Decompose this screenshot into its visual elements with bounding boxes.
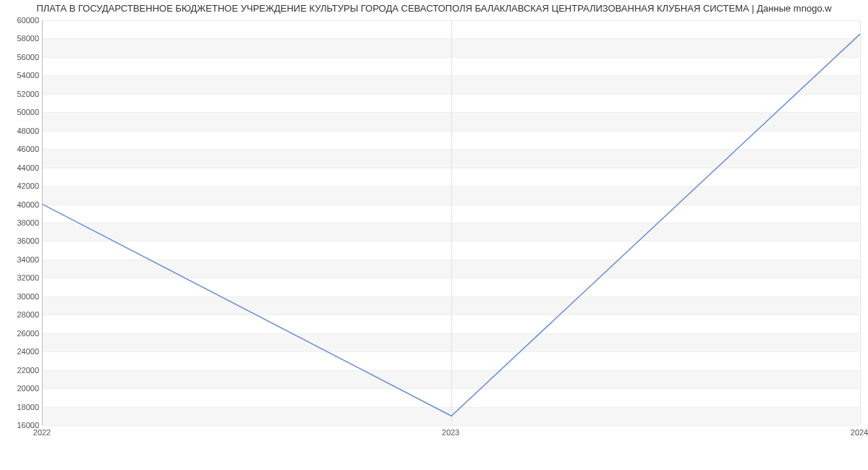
- y-tick-label: 22000: [3, 366, 39, 375]
- y-tick-label: 40000: [3, 200, 39, 209]
- y-tick-label: 60000: [3, 16, 39, 25]
- y-tick-label: 38000: [3, 218, 39, 227]
- y-tick-label: 46000: [3, 145, 39, 153]
- x-tick-label: 2023: [442, 428, 459, 437]
- y-tick-label: 36000: [3, 236, 39, 245]
- y-tick-label: 32000: [3, 273, 39, 282]
- y-tick-label: 52000: [3, 90, 39, 98]
- x-tick-label: 2024: [851, 428, 868, 437]
- plot-area: [42, 20, 859, 425]
- y-tick-label: 44000: [3, 163, 39, 172]
- y-tick-label: 42000: [3, 181, 39, 190]
- line-series: [43, 20, 859, 424]
- y-tick-label: 18000: [3, 403, 39, 411]
- y-tick-label: 48000: [3, 127, 39, 135]
- y-tick-label: 20000: [3, 384, 39, 393]
- y-tick-label: 30000: [3, 292, 39, 301]
- y-tick-label: 24000: [3, 347, 39, 356]
- y-tick-label: 56000: [3, 53, 39, 61]
- y-tick-label: 34000: [3, 255, 39, 264]
- y-tick-label: 54000: [3, 71, 39, 80]
- y-tick-label: 28000: [3, 310, 39, 319]
- x-tick-label: 2022: [33, 428, 51, 437]
- y-tick-label: 26000: [3, 329, 39, 338]
- y-tick-label: 50000: [3, 108, 39, 116]
- y-tick-label: 58000: [3, 34, 39, 43]
- chart-title: ПЛАТА В ГОСУДАРСТВЕННОЕ БЮДЖЕТНОЕ УЧРЕЖД…: [0, 3, 868, 14]
